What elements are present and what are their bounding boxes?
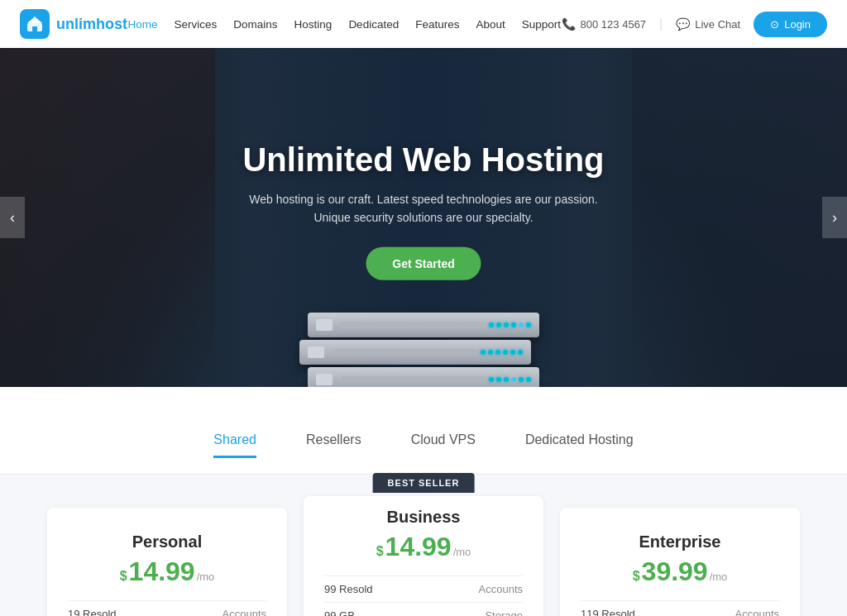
hero-server (299, 313, 548, 387)
phone-number: 800 123 4567 (581, 18, 647, 31)
feature-accounts-value-business: 99 Resold (324, 583, 373, 595)
logo[interactable]: unlimhost (20, 9, 127, 39)
hero-section: Unlimited Web Hosting Web hosting is our… (0, 48, 847, 387)
nav-services[interactable]: Services (175, 18, 218, 31)
nav-hosting[interactable]: Hosting (294, 18, 333, 31)
nav-home[interactable]: Home (128, 18, 158, 31)
feature-business-storage: 99 GB Storage (324, 602, 523, 616)
nav-dedicated[interactable]: Dedicated (348, 18, 399, 31)
feature-accounts-label-enterprise: Accounts (735, 608, 779, 616)
header: unlimhost Home Services Domains Hosting … (0, 0, 847, 48)
price-amount-business: 14.99 (385, 532, 452, 562)
chat-link[interactable]: 💬 Live Chat (676, 17, 740, 31)
price-amount-enterprise: 39.99 (642, 556, 708, 587)
nav-support[interactable]: Support (522, 18, 561, 31)
pricing-card-enterprise: Enterprise $ 39.99 /mo 119 Resold Accoun… (560, 508, 800, 616)
card-title-personal: Personal (68, 532, 266, 552)
price-period-personal: /mo (197, 571, 215, 583)
login-icon: ⊙ (770, 18, 779, 31)
nav-features[interactable]: Features (415, 18, 459, 31)
chat-icon: 💬 (676, 17, 690, 31)
logo-icon (20, 9, 50, 39)
feature-business-accounts: 99 Resold Accounts (324, 575, 523, 602)
svg-rect-2 (32, 26, 37, 31)
login-button[interactable]: ⊙ Login (754, 12, 827, 37)
logo-text: unlimhost (56, 16, 127, 33)
feature-personal-accounts: 19 Resold Accounts (68, 600, 266, 616)
card-price-business: $ 14.99 /mo (324, 532, 523, 562)
feature-storage-label-business: Storage (485, 609, 523, 616)
card-title-business: Business (324, 508, 523, 527)
phone-icon: 📞 (562, 17, 576, 31)
hero-subtitle: Web hosting is our craft. Latest speed t… (242, 190, 604, 227)
best-seller-badge: Best Seller (373, 473, 475, 493)
price-dollar-personal: $ (120, 569, 127, 584)
price-amount-personal: 14.99 (129, 556, 195, 587)
hosting-tabs: Shared Resellers Cloud VPS Dedicated Hos… (0, 387, 847, 475)
tab-shared[interactable]: Shared (213, 432, 256, 457)
hero-content: Unlimited Web Hosting Web hosting is our… (242, 141, 604, 280)
card-price-personal: $ 14.99 /mo (68, 556, 266, 587)
pricing-section: Personal $ 14.99 /mo 19 Resold Accounts … (0, 475, 847, 616)
chat-label: Live Chat (695, 18, 740, 31)
price-dollar-enterprise: $ (633, 569, 640, 584)
phone-link[interactable]: 📞 800 123 4567 (562, 17, 647, 31)
feature-accounts-label-business: Accounts (479, 583, 523, 595)
feature-storage-value-business: 99 GB (324, 609, 355, 616)
feature-enterprise-accounts: 119 Resold Accounts (581, 600, 779, 616)
hero-arrow-left[interactable]: ‹ (0, 197, 25, 238)
nav-about[interactable]: About (476, 18, 505, 31)
tab-resellers[interactable]: Resellers (306, 432, 361, 457)
nav-domains[interactable]: Domains (233, 18, 277, 31)
header-right: 📞 800 123 4567 | 💬 Live Chat ⊙ Login (562, 12, 827, 37)
price-dollar-business: $ (376, 544, 384, 559)
pricing-card-personal: Personal $ 14.99 /mo 19 Resold Accounts … (47, 508, 287, 616)
feature-accounts-value-enterprise: 119 Resold (581, 608, 635, 616)
price-period-enterprise: /mo (710, 571, 728, 583)
main-nav: Home Services Domains Hosting Dedicated … (128, 18, 562, 31)
svg-marker-1 (27, 17, 42, 23)
pricing-card-business: Best Seller Business $ 14.99 /mo 99 Reso… (304, 496, 543, 616)
feature-accounts-label-personal: Accounts (223, 608, 266, 616)
pricing-cards: Personal $ 14.99 /mo 19 Resold Accounts … (25, 508, 822, 616)
tab-dedicated[interactable]: Dedicated Hosting (525, 432, 634, 457)
hero-title: Unlimited Web Hosting (242, 141, 604, 179)
price-period-business: /mo (453, 546, 471, 558)
card-title-enterprise: Enterprise (581, 532, 779, 552)
feature-accounts-value-personal: 19 Resold (68, 608, 117, 616)
card-price-enterprise: $ 39.99 /mo (581, 556, 779, 587)
tab-cloud-vps[interactable]: Cloud VPS (411, 432, 476, 457)
divider: | (659, 17, 663, 31)
hero-arrow-right[interactable]: › (822, 197, 847, 238)
get-started-button[interactable]: Get Started (366, 247, 481, 280)
